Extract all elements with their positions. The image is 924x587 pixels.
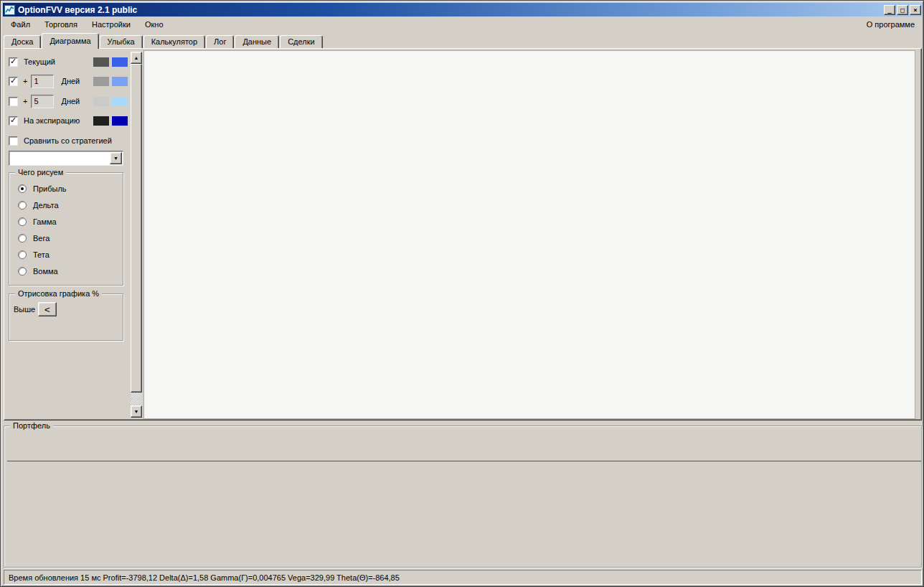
series-toggle-current: ✓Текущий [9, 56, 55, 67]
color-swatch [112, 77, 128, 86]
radio-gamma-label: Гамма [33, 217, 57, 226]
compare-strategy-row: Сравнить со стратегией [9, 135, 112, 146]
radio-delta-radio[interactable] [18, 201, 27, 210]
portfolio-group-title: Портфель [10, 421, 53, 431]
series-toggle-current-checkbox[interactable]: ✓ [9, 57, 18, 67]
application-window: OptionFVV версия 2.1 public _ □ × ФайлТо… [0, 0, 924, 587]
status-text: Время обновления 15 мс Profit=-3798,12 D… [9, 573, 400, 582]
radio-vomma[interactable]: Вомма [18, 266, 58, 277]
scrollbar-thumb[interactable] [131, 64, 142, 393]
series-toggle-plus1-days: ✓+1Дней [9, 75, 80, 87]
color-swatch [93, 97, 109, 106]
draw-mode-group-title: Чего рисуем [15, 167, 66, 177]
compare-strategy-label: Сравнить со стратегией [24, 136, 112, 145]
menu-bar: ФайлТорговляНастройкиОкно О программе [4, 17, 922, 32]
radio-delta[interactable]: Дельта [18, 199, 59, 211]
tab-data[interactable]: Данные [235, 35, 279, 49]
color-swatch [112, 97, 128, 106]
close-button[interactable]: × [910, 5, 921, 15]
positions-table [7, 461, 921, 461]
draw-mode-group: Чего рисуемПрибыльДельтаГаммаВегаТетаВом… [9, 172, 123, 286]
tab-strip: ДоскаДиаграммаУлыбкаКалькуляторЛогДанные… [4, 33, 922, 49]
series-toggle-plus1-days-swatches [93, 77, 128, 86]
maximize-button[interactable]: □ [897, 5, 908, 15]
tab-smile[interactable]: Улыбка [100, 35, 143, 49]
app-icon [4, 5, 15, 15]
radio-delta-label: Дельта [33, 201, 59, 210]
series-toggle-expiration-label: На экспирацию [24, 116, 80, 125]
color-swatch [93, 116, 109, 126]
compare-strategy-checkbox[interactable] [9, 136, 18, 146]
series-toggle-plus1-days-checkbox[interactable]: ✓ [9, 77, 18, 86]
radio-vega[interactable]: Вега [18, 233, 50, 244]
scroll-up-button[interactable]: ▲ [131, 52, 142, 64]
render-above-label: Выше [14, 305, 38, 314]
series-toggle-plus5-days-label: Дней [61, 97, 80, 105]
radio-profit[interactable]: Прибыль [18, 183, 67, 194]
strategy-select[interactable]: ▼ [9, 151, 123, 166]
series-toggle-plus1-days-days-input[interactable]: 1 [31, 75, 54, 88]
menu-about[interactable]: О программе [859, 18, 922, 31]
series-toggle-plus5-days-days-input[interactable]: 5 [31, 95, 54, 108]
check-mark-icon: ✓ [10, 77, 16, 85]
series-toggle-plus1-days-label: Дней [61, 77, 80, 85]
tab-board[interactable]: Доска [4, 35, 41, 49]
series-toggle-expiration-swatches [93, 116, 128, 126]
render-above-decrement-button[interactable]: < [38, 302, 57, 316]
check-mark-icon: ✓ [10, 57, 16, 65]
series-toggle-plus5-days-swatches [93, 97, 128, 106]
color-swatch [93, 57, 109, 67]
menu-file[interactable]: Файл [4, 18, 37, 31]
chevron-down-icon[interactable]: ▼ [110, 152, 122, 164]
radio-theta-label: Тета [33, 250, 50, 259]
window-title: OptionFVV версия 2.1 public [18, 5, 137, 15]
menu-items: ФайлТорговляНастройкиОкно [4, 18, 171, 31]
radio-profit-label: Прибыль [33, 184, 67, 193]
window-controls: _ □ × [884, 5, 921, 15]
plus-label: + [23, 97, 27, 105]
radio-dot [21, 187, 24, 190]
render-above-row: Выше< [14, 302, 57, 316]
portfolio-group: Портфель [4, 426, 922, 568]
chart-panel [143, 50, 915, 419]
tab-log[interactable]: Лог [206, 35, 234, 49]
series-toggle-current-swatches [93, 57, 128, 67]
series-toggle-current-label: Текущий [24, 57, 55, 66]
series-toggle-plus5-days: +5Дней [9, 95, 80, 107]
title-bar[interactable]: OptionFVV версия 2.1 public _ □ × [3, 3, 923, 17]
scroll-down-button[interactable]: ▼ [131, 405, 142, 418]
tab-calculator[interactable]: Калькулятор [143, 35, 205, 49]
menu-trade[interactable]: Торговля [37, 18, 85, 31]
series-toggle-expiration-checkbox[interactable]: ✓ [9, 116, 18, 126]
plus-label: + [23, 77, 27, 85]
radio-profit-radio[interactable] [18, 184, 27, 193]
radio-gamma[interactable]: Гамма [18, 216, 57, 227]
radio-vomma-radio[interactable] [18, 267, 27, 276]
color-swatch [93, 77, 109, 86]
tab-trades[interactable]: Сделки [280, 35, 323, 49]
color-swatch [112, 116, 128, 126]
sidebar-scrollbar[interactable]: ▲ ▼ [131, 52, 142, 418]
minimize-button[interactable]: _ [884, 5, 895, 15]
menu-window[interactable]: Окно [138, 18, 171, 31]
radio-theta-radio[interactable] [18, 250, 27, 259]
radio-vega-radio[interactable] [18, 234, 27, 243]
render-percent-group-title: Отрисовка графика % [15, 288, 102, 299]
check-mark-icon: ✓ [10, 116, 16, 124]
radio-theta[interactable]: Тета [18, 249, 50, 260]
tab-diagram[interactable]: Диаграмма [42, 33, 98, 49]
menu-settings[interactable]: Настройки [85, 18, 138, 31]
color-swatch [112, 57, 128, 67]
status-bar: Время обновления 15 мс Profit=-3798,12 D… [4, 570, 922, 585]
radio-vomma-label: Вомма [33, 267, 58, 276]
diagram-page: ✓Текущий✓+1Дней+5Дней✓На экспирациюСравн… [4, 48, 922, 421]
series-toggle-plus5-days-checkbox[interactable] [9, 97, 18, 106]
scrollbar-track[interactable] [131, 393, 142, 405]
radio-vega-label: Вега [33, 234, 50, 243]
pnl-chart[interactable] [144, 51, 915, 418]
render-percent-group: Отрисовка графика %Выше< [9, 294, 123, 341]
radio-gamma-radio[interactable] [18, 217, 27, 226]
chart-settings-sidebar: ✓Текущий✓+1Дней+5Дней✓На экспирациюСравн… [7, 52, 129, 418]
series-toggle-expiration: ✓На экспирацию [9, 115, 80, 126]
portfolio-controls [4, 433, 921, 451]
